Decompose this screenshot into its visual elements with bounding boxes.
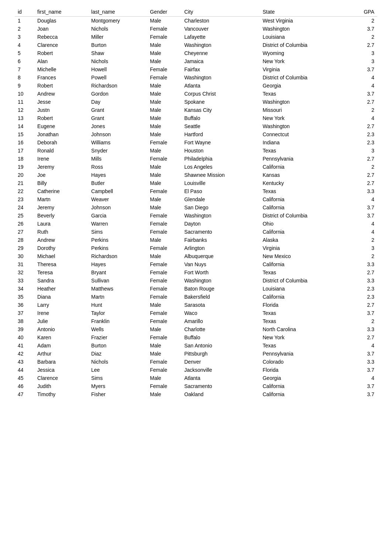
table-row: 46JudithMyersFemaleSacramentoCalifornia3… — [15, 382, 377, 390]
cell-city: Buffalo — [181, 333, 259, 342]
cell-gender: Male — [147, 342, 181, 350]
cell-state: Louisiana — [259, 33, 348, 41]
cell-state: Wyoming — [259, 49, 348, 57]
cell-gpa: 3.7 — [348, 382, 377, 390]
cell-gpa: 2.7 — [348, 98, 377, 106]
cell-gpa: 2 — [348, 317, 377, 325]
cell-gpa: 2.3 — [348, 293, 377, 301]
cell-city: Lafayette — [181, 33, 259, 41]
cell-id: 17 — [15, 147, 34, 155]
cell-last_name: Grant — [88, 106, 147, 114]
cell-first_name: Irene — [34, 155, 88, 163]
cell-gpa: 3 — [348, 57, 377, 65]
cell-id: 24 — [15, 203, 34, 212]
cell-first_name: Robert — [34, 114, 88, 122]
cell-gender: Male — [147, 147, 181, 155]
cell-last_name: Grant — [88, 114, 147, 122]
cell-state: California — [259, 203, 348, 212]
cell-last_name: Burton — [88, 342, 147, 350]
cell-id: 30 — [15, 252, 34, 260]
cell-last_name: Myers — [88, 382, 147, 390]
cell-gender: Female — [147, 366, 181, 374]
cell-first_name: Michael — [34, 252, 88, 260]
cell-state: Kentucky — [259, 179, 348, 187]
cell-last_name: Montgomery — [88, 17, 147, 25]
cell-id: 20 — [15, 171, 34, 179]
cell-id: 22 — [15, 187, 34, 195]
cell-gpa: 3 — [348, 244, 377, 252]
col-header-state: State — [259, 7, 348, 17]
cell-first_name: Deborah — [34, 138, 88, 147]
table-row: 19JeremyRossMaleLos AngelesCalifornia2 — [15, 163, 377, 171]
cell-gender: Male — [147, 41, 181, 49]
table-row: 26LauraWarrenFemaleDaytonOhio4 — [15, 220, 377, 228]
table-row: 42ArthurDiazMalePittsburghPennsylvania3.… — [15, 350, 377, 358]
cell-city: Washington — [181, 73, 259, 82]
cell-gender: Male — [147, 374, 181, 382]
cell-gpa: 2 — [348, 17, 377, 25]
cell-state: Texas — [259, 90, 348, 98]
table-row: 23MartnWeaverMaleGlendaleCalifornia4 — [15, 195, 377, 203]
cell-gender: Female — [147, 277, 181, 285]
cell-id: 45 — [15, 374, 34, 382]
cell-city: Albuquerque — [181, 252, 259, 260]
cell-first_name: Larry — [34, 301, 88, 309]
cell-id: 4 — [15, 41, 34, 49]
cell-gender: Male — [147, 57, 181, 65]
cell-id: 13 — [15, 114, 34, 122]
cell-id: 18 — [15, 155, 34, 163]
cell-state: Texas — [259, 309, 348, 317]
cell-city: Charleston — [181, 17, 259, 25]
cell-gender: Male — [147, 106, 181, 114]
cell-state: District of Columbia — [259, 41, 348, 49]
cell-last_name: Sims — [88, 228, 147, 236]
cell-first_name: Judith — [34, 382, 88, 390]
table-row: 28AndrewPerkinsMaleFairbanksAlaska2 — [15, 236, 377, 244]
cell-city: Cheyenne — [181, 49, 259, 57]
cell-gender: Female — [147, 220, 181, 228]
cell-id: 31 — [15, 260, 34, 268]
cell-first_name: Sandra — [34, 277, 88, 285]
cell-gpa: 2.7 — [348, 171, 377, 179]
cell-gender: Male — [147, 236, 181, 244]
cell-last_name: Nichols — [88, 25, 147, 33]
cell-id: 7 — [15, 65, 34, 73]
cell-city: Washington — [181, 41, 259, 49]
cell-gender: Female — [147, 317, 181, 325]
cell-first_name: Billy — [34, 179, 88, 187]
cell-first_name: Beverly — [34, 212, 88, 220]
cell-last_name: Garcia — [88, 212, 147, 220]
table-row: 15JonathanJohnsonMaleHartfordConnectcut2… — [15, 130, 377, 138]
cell-id: 10 — [15, 90, 34, 98]
cell-state: Florida — [259, 366, 348, 374]
cell-last_name: Diaz — [88, 350, 147, 358]
cell-last_name: Miller — [88, 33, 147, 41]
cell-city: Baton Rouge — [181, 285, 259, 293]
cell-last_name: Fisher — [88, 390, 147, 398]
table-row: 38JulieFranklinFemaleAmarilloTexas2 — [15, 317, 377, 325]
col-header-city: City — [181, 7, 259, 17]
cell-id: 34 — [15, 285, 34, 293]
cell-gender: Female — [147, 138, 181, 147]
cell-last_name: Taylor — [88, 309, 147, 317]
cell-state: Florida — [259, 301, 348, 309]
cell-first_name: Frances — [34, 73, 88, 82]
cell-id: 16 — [15, 138, 34, 147]
cell-city: Jamaica — [181, 57, 259, 65]
cell-id: 14 — [15, 122, 34, 130]
cell-first_name: Jesse — [34, 98, 88, 106]
cell-gpa: 4 — [348, 114, 377, 122]
cell-id: 9 — [15, 82, 34, 90]
table-row: 8FrancesPowellFemaleWashingtonDistrict o… — [15, 73, 377, 82]
cell-first_name: Arthur — [34, 350, 88, 358]
table-row: 18IreneMillsFemalePhiladelphiaPennsylvan… — [15, 155, 377, 163]
cell-first_name: Ronald — [34, 147, 88, 155]
cell-last_name: Weaver — [88, 195, 147, 203]
data-table: idfirst_namelast_nameGenderCityStateGPA … — [15, 7, 377, 398]
cell-id: 19 — [15, 163, 34, 171]
cell-last_name: Richardson — [88, 82, 147, 90]
table-row: 35DianaMartnFemaleBakersfieldCalifornia2… — [15, 293, 377, 301]
cell-first_name: Martn — [34, 195, 88, 203]
table-row: 1DouglasMontgomeryMaleCharlestonWest Vir… — [15, 17, 377, 25]
cell-city: Corpus Christ — [181, 90, 259, 98]
